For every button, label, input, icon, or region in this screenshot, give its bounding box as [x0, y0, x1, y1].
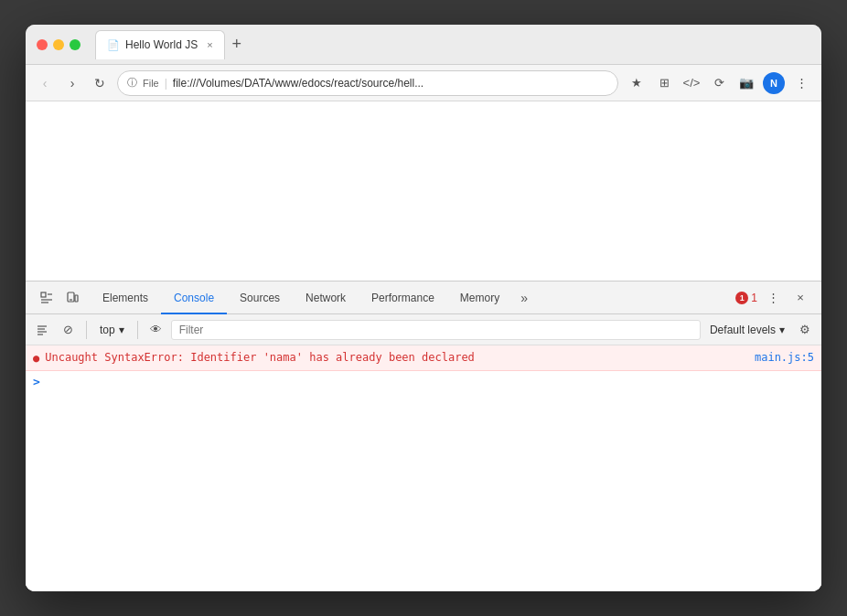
close-traffic-light[interactable]	[37, 39, 48, 50]
filter-input[interactable]	[171, 320, 701, 340]
console-input[interactable]	[44, 376, 814, 388]
reload-button[interactable]: ↻	[90, 73, 110, 93]
extension-icon[interactable]: ⊞	[653, 72, 675, 94]
console-prompt-row: >	[26, 371, 821, 392]
tab-network[interactable]: Network	[293, 281, 359, 314]
profile-button[interactable]: N	[763, 72, 785, 94]
levels-dropdown[interactable]: Default levels ▾	[704, 322, 790, 338]
svg-rect-0	[41, 292, 46, 297]
forward-button[interactable]: ›	[62, 73, 82, 93]
tab-console[interactable]: Console	[161, 281, 227, 314]
address-bar: ‹ › ↻ ⓘ File | file:///Volumes/DATA/www/…	[26, 65, 821, 101]
url-bar[interactable]: ⓘ File | file:///Volumes/DATA/www/edocs/…	[117, 70, 618, 96]
info-icon: ⓘ	[127, 76, 137, 90]
tab-title: Hello World JS	[125, 38, 198, 51]
console-toolbar: ⊘ top ▾ 👁 Default levels ▾ ⚙	[26, 314, 821, 345]
dropdown-arrow-icon: ▾	[119, 324, 124, 336]
browser-tab[interactable]: 📄 Hello World JS ×	[95, 30, 225, 59]
tab-performance[interactable]: Performance	[359, 281, 447, 314]
devtools-menu-button[interactable]: ⋮	[761, 286, 785, 310]
svg-rect-5	[75, 295, 78, 302]
url-divider: |	[165, 77, 167, 90]
toolbar-divider-2	[137, 321, 138, 339]
devtools-icon[interactable]: </>	[681, 72, 702, 94]
menu-button[interactable]: ⋮	[790, 72, 812, 94]
title-bar: 📄 Hello World JS × +	[26, 25, 821, 65]
back-button[interactable]: ‹	[35, 73, 55, 93]
cast-icon[interactable]: ⟳	[708, 72, 730, 94]
tab-sources[interactable]: Sources	[227, 281, 293, 314]
devtools-tabs: Elements Console Sources Network Perform…	[26, 281, 821, 314]
devtools-right-icons: 1 1 ⋮ ×	[730, 286, 818, 310]
clear-console-button[interactable]	[31, 319, 53, 341]
toolbar-icons: ★ ⊞ </> ⟳ 📷 N ⋮	[626, 72, 812, 94]
bookmark-icon[interactable]: ★	[626, 72, 648, 94]
console-settings-button[interactable]: ⚙	[794, 319, 816, 341]
eye-icon-button[interactable]: 👁	[145, 319, 167, 341]
levels-arrow-icon: ▾	[779, 324, 785, 336]
console-error-row: ● Uncaught SyntaxError: Identifier 'nama…	[26, 345, 821, 371]
more-tabs-button[interactable]: »	[512, 286, 536, 310]
context-selector[interactable]: top ▾	[94, 322, 130, 338]
error-message: Uncaught SyntaxError: Identifier 'nama' …	[45, 351, 749, 364]
block-icon-button[interactable]: ⊘	[57, 319, 79, 341]
devtools-close-button[interactable]: ×	[788, 286, 812, 310]
new-tab-button[interactable]: +	[229, 35, 246, 54]
tab-elements[interactable]: Elements	[90, 281, 161, 314]
page-area	[26, 101, 821, 281]
prompt-icon: >	[33, 375, 40, 388]
page-content: Elements Console Sources Network Perform…	[26, 101, 821, 591]
console-output: ● Uncaught SyntaxError: Identifier 'nama…	[26, 345, 821, 591]
tab-memory[interactable]: Memory	[447, 281, 512, 314]
device-toolbar-button[interactable]	[60, 286, 84, 310]
toolbar-divider	[86, 321, 87, 339]
levels-label: Default levels	[710, 324, 776, 336]
error-source-link[interactable]: main.js:5	[755, 351, 814, 364]
devtools-panel: Elements Console Sources Network Perform…	[26, 281, 821, 591]
screenshot-icon[interactable]: 📷	[735, 72, 757, 94]
context-label: top	[100, 324, 115, 336]
inspect-element-button[interactable]	[35, 286, 59, 310]
file-label: File	[143, 78, 159, 89]
error-count-label: 1	[751, 292, 757, 304]
minimize-traffic-light[interactable]	[53, 39, 64, 50]
error-badge[interactable]: 1 1	[735, 292, 757, 304]
tab-favicon: 📄	[107, 39, 120, 51]
devtools-left-icons	[29, 286, 90, 310]
tab-close-button[interactable]: ×	[207, 39, 212, 50]
tab-bar: 📄 Hello World JS × +	[95, 30, 810, 59]
maximize-traffic-light[interactable]	[70, 39, 80, 50]
browser-window: 📄 Hello World JS × + ‹ › ↻ ⓘ File | file…	[26, 25, 821, 591]
error-icon: ●	[33, 352, 39, 365]
traffic-lights	[37, 39, 80, 50]
url-text: file:///Volumes/DATA/www/edocs/react/sou…	[173, 77, 424, 90]
error-circle-icon: 1	[735, 292, 748, 304]
